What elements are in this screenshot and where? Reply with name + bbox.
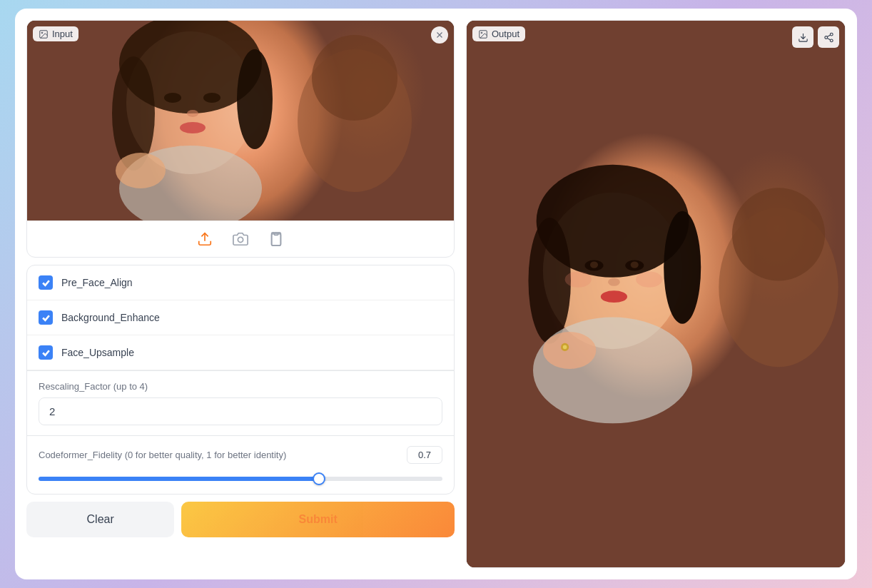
app-container: Input	[15, 9, 857, 579]
face-upsample-label: Face_Upsample	[61, 347, 134, 358]
output-image-panel: Output	[466, 20, 846, 568]
svg-point-12	[312, 35, 397, 121]
svg-point-9	[180, 122, 206, 133]
output-image-svg	[467, 21, 845, 567]
image-toolbar	[27, 220, 454, 257]
left-panel: Input	[26, 20, 455, 568]
svg-point-7	[203, 93, 220, 103]
output-image-icon	[478, 29, 488, 39]
input-image-svg	[27, 21, 454, 220]
svg-point-22	[824, 36, 827, 39]
output-panel-label: Output	[492, 29, 519, 39]
fidelity-slider[interactable]	[39, 477, 442, 481]
svg-point-29	[664, 211, 701, 324]
download-button[interactable]	[792, 26, 813, 48]
output-actions	[792, 26, 839, 48]
svg-point-33	[631, 261, 639, 268]
background-enhance-row: Background_Enhance	[27, 300, 454, 335]
pre-face-align-label: Pre_Face_Align	[61, 277, 133, 288]
svg-point-40	[732, 188, 825, 280]
input-panel-label: Input	[52, 29, 73, 39]
input-image	[27, 21, 454, 220]
svg-point-34	[608, 278, 620, 286]
image-icon	[39, 29, 49, 39]
svg-point-41	[543, 332, 596, 369]
svg-point-5	[237, 49, 273, 149]
svg-point-43	[563, 345, 567, 350]
svg-point-35	[601, 290, 627, 303]
svg-point-19	[481, 32, 482, 34]
pre-face-align-checkbox[interactable]	[39, 275, 53, 290]
svg-point-13	[116, 153, 166, 188]
svg-point-1	[41, 32, 43, 34]
svg-point-28	[528, 218, 571, 344]
clipboard-button[interactable]	[265, 228, 287, 250]
output-label: Output	[472, 26, 525, 41]
fidelity-value: 0.7	[407, 446, 442, 464]
fidelity-section: Codeformer_Fidelity (0 for better qualit…	[27, 435, 454, 494]
fidelity-label: Codeformer_Fidelity (0 for better qualit…	[39, 450, 398, 460]
clear-button[interactable]: Clear	[26, 502, 174, 537]
svg-point-36	[565, 271, 592, 287]
controls-panel: Pre_Face_Align Background_Enhance	[26, 265, 455, 495]
input-image-panel: Input	[26, 20, 455, 258]
submit-button[interactable]: Submit	[181, 502, 455, 537]
background-enhance-label: Background_Enhance	[61, 312, 160, 323]
rescaling-input[interactable]	[39, 397, 442, 425]
bottom-buttons: Clear Submit	[26, 502, 455, 537]
face-upsample-checkbox[interactable]	[39, 345, 53, 360]
svg-point-37	[636, 271, 662, 287]
rescaling-label: Rescaling_Factor (up to 4)	[39, 381, 442, 392]
right-panel: Output	[466, 20, 846, 568]
output-image	[467, 21, 845, 567]
svg-point-4	[112, 56, 155, 171]
svg-point-32	[590, 261, 598, 268]
camera-button[interactable]	[230, 228, 251, 250]
svg-point-8	[187, 110, 198, 117]
upload-button[interactable]	[194, 228, 216, 250]
pre-face-align-row: Pre_Face_Align	[27, 265, 454, 300]
rescaling-section: Rescaling_Factor (up to 4)	[27, 370, 454, 435]
svg-point-38	[533, 318, 692, 424]
close-button[interactable]	[431, 26, 448, 44]
svg-line-25	[827, 35, 830, 36]
face-upsample-row: Face_Upsample	[27, 335, 454, 370]
svg-point-15	[238, 237, 243, 242]
main-content: Input	[26, 20, 846, 568]
fidelity-row: Codeformer_Fidelity (0 for better qualit…	[39, 446, 442, 464]
svg-point-21	[830, 33, 833, 36]
share-button[interactable]	[818, 26, 839, 48]
svg-point-6	[164, 93, 181, 103]
svg-point-23	[830, 39, 833, 42]
input-label: Input	[33, 26, 78, 41]
svg-line-24	[827, 38, 830, 39]
background-enhance-checkbox[interactable]	[39, 310, 53, 325]
